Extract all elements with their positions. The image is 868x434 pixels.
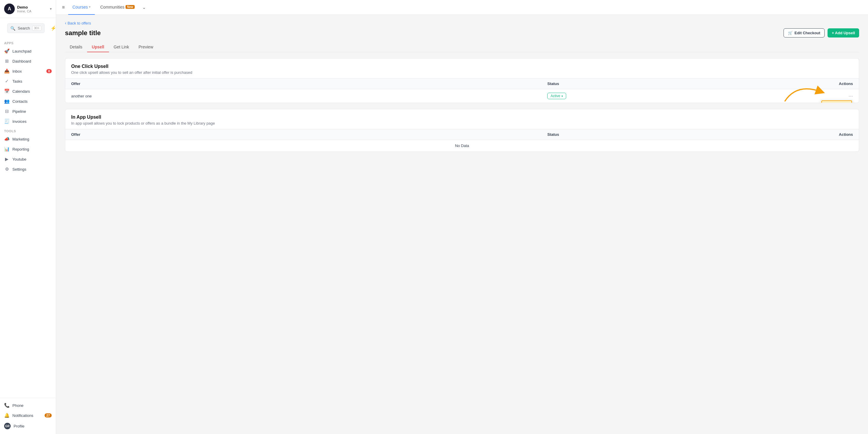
in-app-upsell-header: In App Upsell In app upsell allows you t… [65, 109, 859, 129]
main-area: ≡ Courses ▾ Communities New ⌄ ‹ Back to … [56, 0, 868, 434]
search-shortcut: ⌘K [32, 26, 41, 31]
status-chevron-icon: ▾ [561, 94, 563, 98]
status-text: Active [551, 94, 560, 98]
tab-upsell[interactable]: Upsell [87, 42, 109, 52]
sidebar-item-label: Reporting [12, 147, 52, 151]
sidebar-item-label: Phone [12, 403, 52, 408]
tab-details[interactable]: Details [65, 42, 87, 52]
tasks-icon: ✓ [4, 79, 9, 84]
search-button[interactable]: 🔍 Search ⌘K [7, 23, 44, 33]
in-app-upsell-description: In app upsell allows you to lock product… [71, 121, 853, 125]
user-location: Irvine, CA [17, 9, 48, 13]
status-col-header: Status [541, 79, 700, 89]
user-info: Demo Irvine, CA [17, 5, 48, 13]
edit-checkout-icon: 🛒 [788, 31, 793, 35]
in-app-upsell-card: In App Upsell In app upsell allows you t… [65, 109, 859, 152]
sidebar-item-contacts[interactable]: 👥 Contacts [0, 96, 56, 106]
sidebar: A Demo Irvine, CA ▾ 🔍 Search ⌘K ⚡ Apps 🚀… [0, 0, 56, 434]
sidebar-item-label: Calendars [12, 89, 52, 94]
sidebar-item-launchpad[interactable]: 🚀 Launchpad [0, 46, 56, 56]
tab-courses[interactable]: Courses ▾ [68, 0, 95, 15]
in-app-upsell-table: Offer Status Actions No Data [65, 129, 859, 151]
calendars-icon: 📅 [4, 89, 9, 94]
sidebar-item-notifications[interactable]: 🔔 Notifications 27 [0, 410, 56, 421]
add-upsell-button[interactable]: + Add Upsell [828, 28, 859, 37]
page-header: sample title 🛒 Edit Checkout + Add Upsel… [65, 28, 859, 37]
actions-cell: ··· Delete Edit [700, 89, 859, 103]
sidebar-item-calendars[interactable]: 📅 Calendars [0, 86, 56, 96]
pipeline-icon: ⊟ [4, 108, 9, 114]
profile-icon: GR [4, 423, 11, 429]
tab-get-link[interactable]: Get Link [109, 42, 134, 52]
sidebar-item-invoices[interactable]: 🧾 Invoices [0, 116, 56, 126]
tab-communities[interactable]: Communities New [96, 0, 138, 15]
notification-badge: 27 [44, 413, 52, 417]
apps-section-label: Apps [0, 38, 56, 46]
dashboard-icon: ⊞ [4, 58, 9, 64]
delete-menu-item[interactable]: Delete [822, 100, 852, 103]
edit-checkout-button[interactable]: 🛒 Edit Checkout [783, 28, 825, 37]
launchpad-icon: 🚀 [4, 49, 9, 54]
add-upsell-label: + Add Upsell [832, 31, 855, 35]
user-name: Demo [17, 5, 48, 9]
actions-col-header: Actions [700, 129, 859, 140]
sidebar-item-youtube[interactable]: ▶ Youtube [0, 154, 56, 164]
user-profile-section[interactable]: A Demo Irvine, CA ▾ [0, 0, 56, 18]
hamburger-icon[interactable]: ≡ [62, 5, 65, 10]
content-area: ‹ Back to offers sample title 🛒 Edit Che… [56, 15, 868, 434]
sidebar-item-marketing[interactable]: 📣 Marketing [0, 134, 56, 144]
one-click-upsell-card: One Click Upsell One click upsell allows… [65, 58, 859, 103]
sidebar-item-settings[interactable]: ⚙ Settings [0, 164, 56, 174]
sidebar-bottom: 📞 Phone 🔔 Notifications 27 GR Profile [0, 398, 56, 434]
no-data-cell: No Data [65, 140, 859, 152]
status-badge[interactable]: Active ▾ [547, 93, 566, 99]
header-actions: 🛒 Edit Checkout + Add Upsell [783, 28, 859, 37]
offer-name-cell: another one [65, 89, 541, 103]
one-click-upsell-table: Offer Status Actions another one Active … [65, 78, 859, 103]
courses-tab-label: Courses [72, 5, 88, 9]
actions-dots-button[interactable]: ··· [848, 93, 853, 99]
sidebar-item-label: Pipeline [12, 109, 52, 114]
sidebar-item-label: Youtube [12, 157, 52, 161]
edit-checkout-label: Edit Checkout [795, 31, 820, 35]
sidebar-item-label: Contacts [12, 99, 52, 104]
nav-expand-button[interactable]: ⌄ [140, 3, 148, 12]
sidebar-item-reporting[interactable]: 📊 Reporting [0, 144, 56, 154]
sidebar-item-label: Marketing [12, 137, 52, 142]
sidebar-item-label: Dashboard [12, 59, 52, 63]
status-col-header: Status [541, 129, 700, 140]
settings-icon: ⚙ [4, 166, 9, 172]
lightning-icon[interactable]: ⚡ [51, 25, 56, 31]
new-badge: New [126, 5, 135, 9]
sidebar-item-label: Invoices [12, 119, 52, 124]
tab-preview[interactable]: Preview [134, 42, 158, 52]
one-click-upsell-description: One click upsell allows you to sell an o… [71, 70, 853, 75]
notification-icon: 🔔 [4, 413, 9, 418]
sidebar-item-label: Tasks [12, 79, 52, 84]
table-row-empty: No Data [65, 140, 859, 152]
back-to-offers-link[interactable]: ‹ Back to offers [65, 21, 859, 25]
search-label: Search [18, 26, 30, 30]
invoices-icon: 🧾 [4, 119, 9, 124]
top-nav: ≡ Courses ▾ Communities New ⌄ [56, 0, 868, 15]
sidebar-item-pipeline[interactable]: ⊟ Pipeline [0, 106, 56, 116]
avatar: A [4, 4, 15, 14]
sidebar-item-label: Settings [12, 167, 52, 172]
marketing-icon: 📣 [4, 136, 9, 142]
sidebar-item-dashboard[interactable]: ⊞ Dashboard [0, 56, 56, 66]
actions-dropdown-menu: Delete Edit [820, 99, 853, 103]
communities-tab-label: Communities [100, 5, 124, 9]
sidebar-item-label: Launchpad [12, 49, 52, 54]
sidebar-item-tasks[interactable]: ✓ Tasks [0, 76, 56, 86]
sidebar-item-inbox[interactable]: 📥 Inbox 0 [0, 66, 56, 76]
page-title: sample title [65, 29, 783, 37]
contacts-icon: 👥 [4, 99, 9, 104]
actions-col-header: Actions [700, 79, 859, 89]
sidebar-item-profile[interactable]: GR Profile [0, 421, 56, 432]
sidebar-item-label: Inbox [12, 69, 43, 73]
offer-col-header: Offer [65, 129, 541, 140]
youtube-icon: ▶ [4, 156, 9, 162]
back-arrow-icon: ‹ [65, 21, 66, 25]
sidebar-item-phone[interactable]: 📞 Phone [0, 400, 56, 410]
page-tabs: Details Upsell Get Link Preview [65, 42, 859, 52]
